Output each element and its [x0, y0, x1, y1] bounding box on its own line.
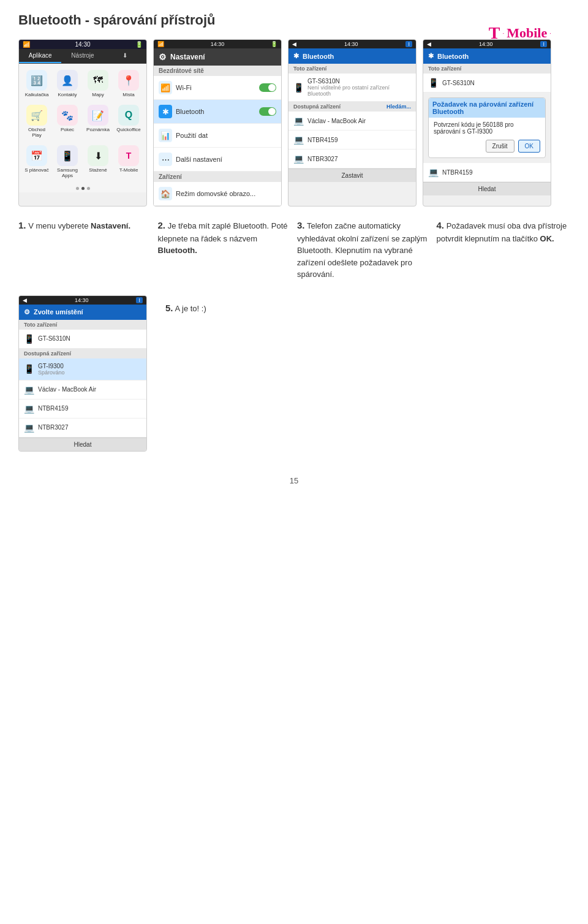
app-icon-kontakty: 👤	[57, 70, 78, 91]
screen-4-pairing: ◀ 14:30 I ✱ Bluetooth Toto zařízení 📱 GT…	[423, 39, 551, 206]
screen5-paired-device[interactable]: 📱 GT-I9300 Spárováno	[19, 358, 146, 381]
steps-row: 1. V menu vyberete Nastavení. 2. Je třeb…	[18, 219, 570, 281]
screen5-macbook-icon: 💻	[24, 385, 34, 395]
app-kalkulacka[interactable]: 🔢 Kalkulačka	[23, 67, 51, 100]
app-pokec[interactable]: 🐾 Pokec	[53, 102, 81, 140]
app-icon-quickoffice: Q	[118, 105, 139, 126]
screen1-battery: 🔋	[135, 41, 143, 48]
screen5-ntbr4159[interactable]: 💻 NTBR4159	[19, 400, 146, 418]
app-splanovac[interactable]: 📅 S plánovač	[23, 143, 51, 181]
screen5-own-device: 📱 GT-S6310N	[19, 330, 146, 349]
screen3-available-text: Dostupná zařízení	[293, 104, 341, 110]
app-samsung[interactable]: 📱 Samsung Apps	[53, 143, 81, 181]
tab-download[interactable]: ⬇	[104, 49, 146, 63]
bt-icon-header: ✱	[293, 52, 299, 60]
app-mapy[interactable]: 🗺 Mapy	[84, 67, 112, 100]
step-3: 3. Telefon začne automaticky vyhledávat …	[297, 219, 431, 281]
bt-device-macbook[interactable]: 💻 Václav - MacBook Air	[288, 112, 416, 131]
pairing-dialog-title: Požadavek na párování zařízení Bluetooth	[429, 98, 545, 118]
screen5-macbook-label: Václav - MacBook Air	[38, 386, 141, 393]
screen5-ntbr4159-label: NTBR4159	[38, 405, 141, 412]
screen5-available-label: Dostupná zařízení	[19, 349, 146, 358]
bt-device-ntbr3027[interactable]: 💻 NTBR3027	[288, 150, 416, 169]
step-4: 4. Požadavek musí oba dva přístroje potv…	[437, 219, 570, 244]
app-label-stazene: Stažené	[89, 167, 107, 173]
app-icon-obchod: 🛒	[26, 105, 47, 126]
screen5-own-device-icon: 📱	[24, 334, 34, 344]
screen5-ntbr4159-icon: 💻	[24, 404, 34, 414]
settings-more[interactable]: ⋯ Další nastavení	[154, 148, 281, 172]
screen2-title: Nastavení	[170, 53, 205, 61]
screen4-ntbr4159-label: NTBR4159	[442, 169, 546, 176]
step1-number: 1.	[18, 220, 26, 230]
app-label-mista: Místa	[123, 92, 135, 97]
app-obchod[interactable]: 🛒 Obchod Play	[23, 102, 51, 140]
screen5-search-btn[interactable]: Hledat	[19, 437, 146, 451]
screen3-bt-on: I	[405, 41, 412, 47]
app-icon-mista: 📍	[118, 70, 139, 91]
step-1: 1. V menu vyberete Nastavení.	[18, 219, 152, 233]
screen4-ntbr4159-icon: 💻	[428, 167, 439, 177]
wifi-icon: 📶	[159, 81, 172, 94]
screen5-bt-on: I	[136, 297, 143, 303]
app-stazene[interactable]: ⬇ Stažené	[84, 143, 112, 181]
screen3-time: 14:30	[344, 41, 358, 47]
step4-number: 4.	[437, 220, 445, 230]
screen5-title: Zvolte umístění	[34, 308, 83, 316]
wifi-label: Wi-Fi	[176, 84, 255, 91]
settings-home-mode[interactable]: 🏠 Režim domovské obrazo...	[154, 182, 281, 206]
settings-bluetooth[interactable]: ✱ Bluetooth	[154, 100, 281, 124]
screen3-back-icon: ◀	[292, 41, 296, 47]
screen1-dots	[19, 184, 146, 192]
bluetooth-toggle[interactable]	[259, 107, 276, 116]
pairing-ok-button[interactable]: OK	[518, 140, 540, 153]
screen3-stop-btn[interactable]: Zastavit	[288, 169, 416, 182]
screen1-signal: 📶	[23, 41, 30, 48]
screen4-back-icon: ◀	[427, 41, 431, 47]
dot1	[76, 187, 79, 190]
screen5-ntbr3027-label: NTBR3027	[38, 424, 141, 431]
app-icon-poznamka: 📝	[88, 105, 108, 126]
more-settings-label: Další nastavení	[176, 156, 276, 163]
settings-section-wireless: Bezdrátové sítě	[154, 66, 281, 76]
screen4-own-device: 📱 GT-S6310N	[423, 74, 551, 93]
screen4-title: Bluetooth	[437, 53, 469, 60]
screen2-time: 14:30	[211, 41, 225, 47]
more-settings-icon: ⋯	[159, 153, 172, 166]
app-icon-stazene: ⬇	[88, 145, 108, 166]
app-poznamka[interactable]: 📝 Poznámka	[84, 102, 112, 140]
tab-aplikace[interactable]: Aplikace	[19, 49, 61, 63]
screen5-paired-device-info: GT-I9300 Spárováno	[38, 363, 65, 376]
settings-gear-icon: ⚙	[159, 52, 167, 62]
screen5-back-icon: ◀	[23, 297, 27, 303]
screen3-available-header: Dostupná zařízení Hledám...	[293, 104, 411, 110]
app-quickoffice[interactable]: Q Quickoffice	[115, 102, 143, 140]
screen5-ntbr3027[interactable]: 💻 NTBR3027	[19, 418, 146, 437]
screen3-own-device: 📱 GT-S6310N Není viditelné pro ostatní z…	[288, 74, 416, 102]
screen-1-app-drawer: 📶 14:30 🔋 Aplikace Nástroje ⬇ 🔢 Kalkulač…	[18, 39, 147, 206]
bt-device-ntbr4159[interactable]: 💻 NTBR4159	[288, 131, 416, 150]
tab-nastroje[interactable]: Nástroje	[61, 49, 104, 63]
step-5-area: 5. A je to! :)	[153, 295, 570, 316]
step4-text: Požadavek musí oba dva přístroje potvrdi…	[437, 221, 567, 243]
app-label-kalkulacka: Kalkulačka	[25, 92, 49, 97]
screen5-device-name: GT-S6310N	[38, 335, 141, 342]
pairing-cancel-button[interactable]: Zrušit	[486, 140, 514, 153]
app-mista[interactable]: 📍 Místa	[115, 67, 143, 100]
step1-bold: Nastavení.	[91, 221, 130, 230]
settings-wifi[interactable]: 📶 Wi-Fi	[154, 76, 281, 100]
bluetooth-icon: ✱	[159, 105, 172, 118]
bt-device-ntbr4159-label: NTBR4159	[307, 137, 411, 143]
screen2-header: ⚙ Nastavení	[154, 48, 281, 66]
screen5-macbook[interactable]: 💻 Václav - MacBook Air	[19, 381, 146, 400]
wifi-toggle[interactable]	[259, 83, 276, 92]
app-kontakty[interactable]: 👤 Kontakty	[53, 67, 81, 100]
screen3-device-sub: Není viditelné pro ostatní zařízení Blue…	[307, 85, 411, 97]
screen1-tabs: Aplikace Nástroje ⬇	[19, 49, 146, 64]
screen5-header: ⚙ Zvolte umístění	[19, 305, 146, 320]
screen4-search-btn[interactable]: Hledat	[423, 182, 551, 195]
app-tmobile[interactable]: T T-Mobile	[115, 143, 143, 181]
settings-data-usage[interactable]: 📊 Použití dat	[154, 124, 281, 148]
screen3-toto-label: Toto zařízení	[288, 64, 416, 74]
screen4-device-name: GT-S6310N	[442, 80, 475, 86]
